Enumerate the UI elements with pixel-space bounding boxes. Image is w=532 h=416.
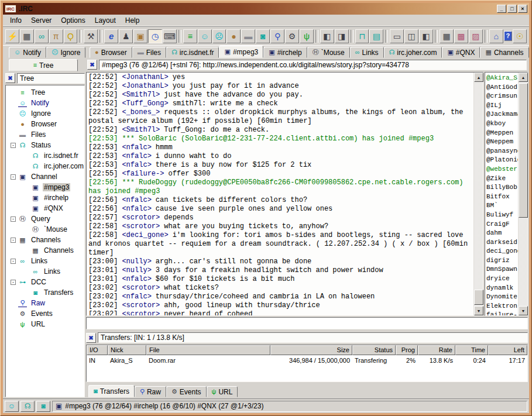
nick-item[interactable]: dryice (486, 274, 518, 284)
title-bar[interactable]: IRC .IRC _ □ × (3, 3, 529, 15)
dock-tab[interactable]: ☹Ignore (46, 47, 86, 58)
close-topic-button[interactable]: ✖ (87, 60, 97, 70)
main-tab[interactable]: Ⓗ`Mouse (307, 47, 350, 58)
main-tab[interactable]: ☊irc.joher.com (384, 47, 442, 58)
main-tab[interactable]: ∞Links (350, 47, 384, 58)
toolbar-button[interactable]: ⚲ (270, 29, 284, 43)
expand-toggle[interactable]: - (11, 216, 16, 222)
nick-item[interactable]: @Akira_S (486, 74, 518, 83)
tree-item[interactable]: ▣ #QNX (6, 203, 84, 214)
minimize-button[interactable]: _ (497, 5, 506, 13)
dcc-status-button[interactable]: ◙ (36, 401, 50, 412)
toolbar-button[interactable]: ◧ (419, 29, 433, 43)
toolbar-button[interactable]: ▤ (369, 29, 383, 43)
column-header[interactable]: Nick (108, 345, 146, 355)
expand-toggle[interactable]: - (11, 238, 16, 243)
tree-item[interactable]: - Ⓗ Query (6, 214, 84, 224)
toolbar-button[interactable]: ⊓ (355, 29, 369, 43)
tree-item[interactable]: ≡ Tree (6, 87, 84, 98)
tree-item[interactable]: - ▦ Channels (6, 235, 84, 245)
nick-item[interactable]: Dynomite- (486, 293, 518, 302)
column-header[interactable]: File (146, 345, 270, 355)
menu-item[interactable]: Help (121, 15, 145, 26)
toolbar-button[interactable]: ⌂ (489, 29, 503, 43)
nick-item[interactable]: @Jackmama (486, 110, 518, 119)
tree-item[interactable]: ⚲ Raw (6, 298, 84, 308)
toolbar-button[interactable]: ψ (300, 29, 314, 43)
toolbar-button[interactable]: ⚡ (5, 29, 19, 43)
server-status-button[interactable]: ☊ (20, 401, 35, 412)
menu-item[interactable]: Layout (90, 15, 121, 26)
expand-toggle[interactable]: - (11, 259, 16, 264)
nick-item[interactable]: @Zike (486, 174, 518, 184)
notify-status-button[interactable]: ☺ (5, 401, 19, 412)
column-header[interactable]: Left (488, 345, 527, 355)
tree-item[interactable]: ⚙ Events (6, 308, 84, 319)
expand-toggle[interactable]: - (11, 143, 16, 148)
tree-item[interactable]: - ⊶ DCC (6, 277, 84, 287)
main-tab[interactable]: ▣#irchelp (263, 47, 307, 58)
column-header[interactable]: Status (352, 345, 396, 355)
nick-item[interactable]: @webster (486, 165, 518, 174)
scroll-thumb[interactable] (474, 290, 483, 305)
maximize-button[interactable]: □ (507, 5, 517, 13)
nick-item[interactable]: @Meppen (486, 129, 518, 138)
toolbar-button[interactable]: Ϙ (64, 29, 78, 43)
toolbar-button[interactable]: ♟ (119, 29, 133, 43)
toolbar-button[interactable]: ▦ (20, 29, 34, 43)
toolbar-button[interactable]: e (104, 29, 118, 43)
close-transfers-button[interactable]: ✖ (86, 333, 96, 343)
tree-item[interactable]: ∞ Links (6, 266, 84, 277)
nick-item[interactable]: @panasync (486, 147, 518, 156)
tree-item[interactable]: ☹ Ignore (6, 108, 84, 119)
main-tab[interactable]: ▬Files (132, 47, 166, 58)
main-tab[interactable]: ▣#QNX (442, 47, 480, 58)
toolbar-button[interactable]: ◧ (320, 29, 334, 43)
nick-item[interactable]: dahm (486, 229, 518, 238)
toolbar-button[interactable]: ⚙ (285, 29, 299, 43)
tree-item[interactable]: - ∞ Links (6, 256, 84, 266)
nick-item[interactable]: @Neppem (486, 137, 518, 147)
menu-item[interactable]: Server (26, 15, 56, 26)
toolbar-button[interactable]: ☉ (513, 29, 527, 43)
tree-item[interactable]: ψ URL (6, 319, 84, 329)
message-input[interactable] (87, 318, 527, 329)
dock-tab[interactable]: ☺Notify (9, 47, 46, 58)
tree-item[interactable]: ▦ Channels (6, 245, 84, 256)
tree-item[interactable]: - ▣ Channel (6, 171, 84, 182)
toolbar-button[interactable]: ◷ (148, 29, 162, 43)
toolbar-button[interactable]: ◫ (404, 29, 418, 43)
bottom-tab[interactable]: ◙Transfers (88, 385, 135, 397)
tree-item[interactable]: ☺ Notify (6, 98, 84, 108)
table-row[interactable]: IN Akira_S Doom.rar 346,984 / 15,000,000… (87, 355, 527, 366)
toolbar-button[interactable]: ▭ (390, 29, 404, 43)
toolbar-button[interactable]: π (49, 29, 63, 43)
toolbar-button[interactable]: ▬ (241, 29, 255, 43)
tree-item[interactable]: ◙ Transfers (6, 287, 84, 298)
tree-item[interactable]: ☊ irc.joher.com (6, 161, 84, 171)
nick-item[interactable]: @Platonic (486, 156, 518, 165)
column-header[interactable]: Size (270, 345, 352, 355)
bottom-tab[interactable]: ψURL (207, 386, 238, 397)
toolbar-button[interactable]: ◙ (256, 29, 270, 43)
nick-item[interactable]: failure- (486, 311, 518, 315)
scroll-down-arrow[interactable]: ▼ (519, 306, 528, 315)
toolbar-button[interactable]: ? (504, 31, 512, 41)
close-button[interactable]: × (518, 5, 527, 13)
column-header[interactable]: Prog (396, 345, 418, 355)
menu-item[interactable]: Info (5, 15, 26, 26)
tree-item[interactable]: ▬ Files (6, 129, 84, 140)
nick-scrollbar[interactable]: ▲ ▼ (518, 73, 527, 315)
nick-item[interactable]: @ILj (486, 101, 518, 111)
bottom-tab[interactable]: ⚲Raw (135, 386, 166, 397)
nick-item[interactable]: darkseid (486, 238, 518, 247)
main-tab[interactable]: ▣#mpeg3 (219, 46, 263, 58)
scroll-up-arrow[interactable]: ▲ (519, 73, 528, 82)
nick-item[interactable]: BM` (486, 201, 518, 211)
nick-item[interactable]: Buliwyf (486, 211, 518, 220)
close-tree-button[interactable]: ✖ (5, 73, 15, 83)
nick-item[interactable]: @crimsun (486, 92, 518, 101)
scroll-thumb[interactable] (519, 83, 528, 218)
nick-item[interactable]: CraigF (486, 220, 518, 229)
tree-item[interactable]: ▣ #irchelp (6, 192, 84, 203)
